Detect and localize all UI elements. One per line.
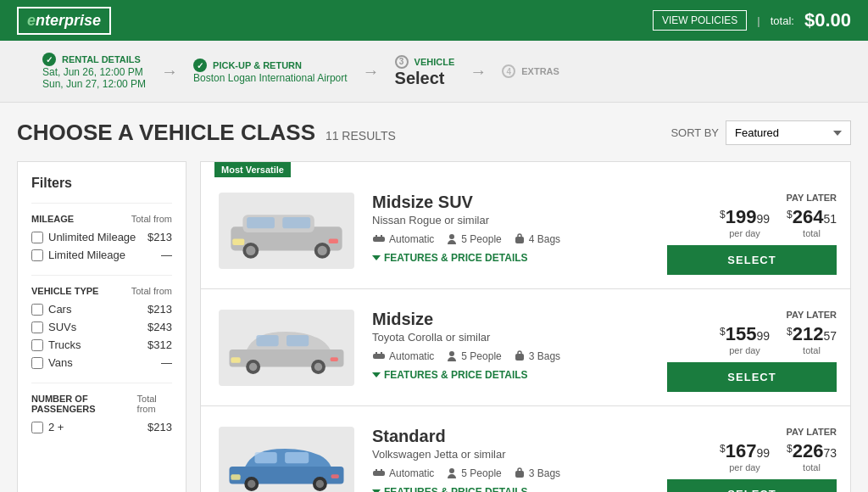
trucks-label: Trucks bbox=[48, 338, 81, 351]
pay-later-1: PAY LATER bbox=[787, 310, 837, 320]
svg-rect-38 bbox=[373, 471, 385, 476]
vehicle-image-1 bbox=[219, 310, 354, 386]
filter-vehicletype-label: VEHICLE TYPE bbox=[31, 286, 98, 296]
limited-mileage-price: — bbox=[161, 249, 172, 261]
arrow3: → bbox=[463, 62, 493, 81]
total-price-2: $22673 total bbox=[787, 440, 837, 472]
features-link-0[interactable]: FEATURES & PRICE DETAILS bbox=[372, 252, 628, 264]
sort-by-label: SORT BY bbox=[670, 126, 719, 139]
step3-line1: Select bbox=[395, 69, 445, 88]
pricing-area-0: PAY LATER $19999 per day $26451 bbox=[642, 186, 837, 275]
prices-row-1: $15599 per day $21257 total bbox=[720, 323, 837, 355]
passengers-feature-0: 5 People bbox=[446, 233, 501, 245]
vehicle-card-standard: Standard Volkswagen Jetta or similar Aut… bbox=[201, 406, 850, 492]
svg-rect-28 bbox=[515, 354, 524, 361]
2plus-checkbox[interactable] bbox=[31, 422, 43, 433]
bags-icon-1 bbox=[514, 350, 526, 362]
step1-check-icon: ✓ bbox=[42, 53, 56, 66]
svg-rect-23 bbox=[331, 357, 338, 361]
transmission-icon-0 bbox=[372, 233, 386, 245]
chevron-icon-0 bbox=[372, 255, 381, 260]
svg-rect-16 bbox=[256, 335, 278, 346]
sedan-illustration-2 bbox=[223, 431, 350, 493]
filters-title: Filters bbox=[31, 176, 172, 191]
features-link-1[interactable]: FEATURES & PRICE DETAILS bbox=[372, 369, 628, 381]
step1-line1: Sat, Jun 26, 12:00 PM bbox=[42, 66, 143, 78]
sort-select[interactable]: Featured Price: Low to High Price: High … bbox=[726, 120, 851, 145]
filter-option-vans: Vans — bbox=[31, 356, 172, 369]
total-value-2: $22673 bbox=[787, 440, 837, 462]
limited-mileage-label: Limited Mileage bbox=[48, 249, 125, 261]
total-label-2: total bbox=[803, 462, 821, 472]
filter-mileage-label: MILEAGE bbox=[31, 214, 74, 224]
suvs-label: SUVs bbox=[48, 321, 76, 333]
svg-rect-9 bbox=[329, 238, 338, 243]
vehicle-info-1: Midsize Toyota Corolla or similar Automa… bbox=[359, 303, 642, 392]
svg-rect-31 bbox=[285, 452, 309, 463]
svg-rect-10 bbox=[373, 237, 385, 242]
svg-rect-8 bbox=[232, 238, 244, 245]
limited-mileage-checkbox[interactable] bbox=[31, 249, 43, 261]
vehicle-model-2: Volkswagen Jetta or similar bbox=[372, 448, 628, 461]
step-rental-details[interactable]: ✓ RENTAL DETAILS Sat, Jun 26, 12:00 PM S… bbox=[34, 53, 154, 90]
vehicle-image-0 bbox=[219, 193, 354, 269]
cars-label: Cars bbox=[48, 303, 71, 316]
per-day-price-1: $15599 per day bbox=[720, 323, 770, 355]
transmission-icon-2 bbox=[372, 467, 386, 479]
header-right: VIEW POLICIES | total: $0.00 bbox=[653, 9, 851, 31]
2plus-price: $213 bbox=[147, 421, 172, 433]
pricing-area-2: PAY LATER $16799 per day $22673 bbox=[642, 420, 837, 492]
svg-rect-25 bbox=[376, 352, 377, 355]
view-policies-button[interactable]: VIEW POLICIES bbox=[653, 10, 747, 31]
sedan-illustration-1 bbox=[223, 314, 350, 382]
total-price-1: $21257 total bbox=[787, 323, 837, 355]
filter-option-2plus: 2 + $213 bbox=[31, 421, 172, 433]
svg-rect-36 bbox=[231, 474, 240, 480]
vehicle-image-area-1 bbox=[214, 303, 359, 392]
unlimited-mileage-checkbox[interactable] bbox=[31, 232, 43, 243]
vehicle-class-1: Midsize bbox=[372, 310, 628, 329]
trucks-checkbox[interactable] bbox=[31, 339, 43, 351]
step-pickup-return[interactable]: ✓ PICK-UP & RETURN Boston Logan Internat… bbox=[185, 59, 355, 84]
transmission-feature-1: Automatic bbox=[372, 350, 434, 362]
passengers-feature-2: 5 People bbox=[446, 467, 501, 479]
svg-point-19 bbox=[249, 362, 257, 370]
filter-passengers-from: Total from bbox=[137, 394, 172, 414]
vans-price: — bbox=[161, 356, 172, 369]
header: enterprise VIEW POLICIES | total: $0.00 bbox=[0, 0, 868, 41]
vehicle-image-area-2 bbox=[214, 420, 359, 492]
step4-num-icon: 4 bbox=[502, 64, 515, 78]
pay-later-0: PAY LATER bbox=[787, 193, 837, 203]
bags-icon-2 bbox=[514, 467, 526, 479]
filter-mileage-header: MILEAGE Total from bbox=[31, 214, 172, 224]
select-button-2[interactable]: SELECT bbox=[667, 479, 837, 492]
total-value-1: $21257 bbox=[787, 323, 837, 345]
filter-section-mileage: MILEAGE Total from Unlimited Mileage $21… bbox=[31, 203, 172, 261]
filter-vehicletype-from: Total from bbox=[131, 286, 172, 296]
select-button-1[interactable]: SELECT bbox=[667, 362, 837, 392]
transmission-icon-1 bbox=[372, 350, 386, 362]
total-label-1: total bbox=[803, 345, 821, 355]
vehicle-image-area-0 bbox=[214, 186, 359, 275]
step3-title: 3 VEHICLE bbox=[395, 55, 455, 69]
suvs-checkbox[interactable] bbox=[31, 321, 43, 333]
most-versatile-badge: Most Versatile bbox=[214, 162, 291, 177]
pay-later-2: PAY LATER bbox=[787, 427, 837, 437]
svg-point-7 bbox=[318, 245, 327, 254]
filter-section-passengers: NUMBER OF PASSENGERS Total from 2 + $213 bbox=[31, 383, 172, 433]
features-link-2[interactable]: FEATURES & PRICE DETAILS bbox=[372, 486, 628, 492]
per-day-price-2: $16799 per day bbox=[720, 440, 770, 472]
vehicle-features-2: Automatic 5 People 3 Bags bbox=[372, 467, 628, 479]
per-day-price-0: $19999 per day bbox=[720, 206, 770, 238]
passengers-icon-1 bbox=[446, 350, 458, 362]
main-content: CHOOSE A VEHICLE CLASS 11 RESULTS SORT B… bbox=[0, 103, 868, 492]
svg-rect-15 bbox=[230, 349, 344, 366]
svg-point-27 bbox=[449, 351, 454, 356]
content-area: Filters MILEAGE Total from Unlimited Mil… bbox=[17, 161, 851, 492]
cars-checkbox[interactable] bbox=[31, 304, 43, 316]
svg-rect-39 bbox=[376, 469, 377, 472]
vans-checkbox[interactable] bbox=[31, 357, 43, 369]
filter-option-cars: Cars $213 bbox=[31, 303, 172, 316]
step4-title: 4 EXTRAS bbox=[502, 64, 559, 78]
select-button-0[interactable]: SELECT bbox=[667, 245, 837, 275]
